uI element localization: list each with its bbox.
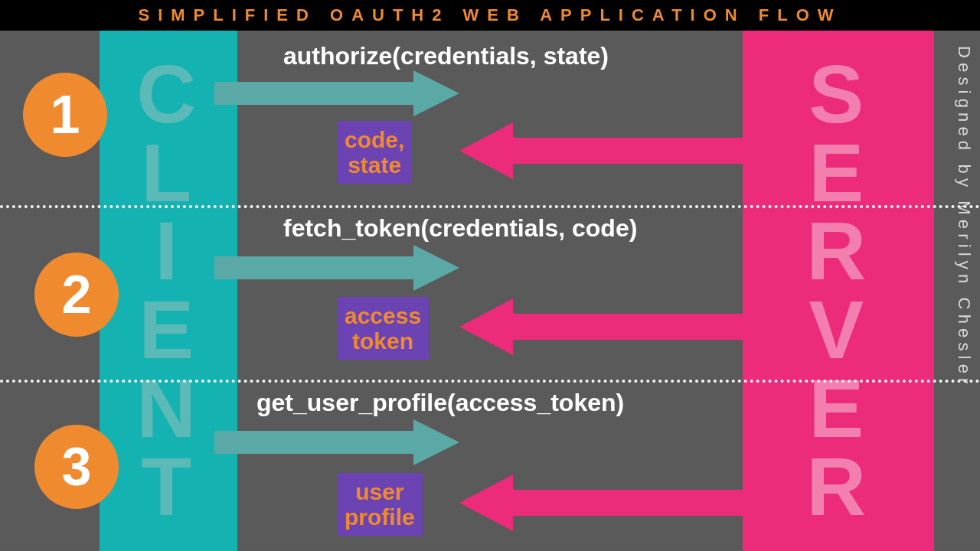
back-arrow-icon — [459, 474, 743, 531]
section-divider — [0, 205, 980, 208]
call-label-2: fetch_token(credentials, code) — [283, 214, 637, 243]
step-badge-2: 2 — [34, 253, 119, 337]
call-label-1: authorize(credentials, state) — [283, 42, 609, 70]
return-line: user — [345, 479, 415, 504]
return-line: token — [345, 328, 421, 354]
client-lane-label: CLIENT — [136, 55, 200, 527]
credit-text: Designed by Merilyn Chesler — [943, 46, 974, 536]
return-box-1: code, state — [337, 121, 412, 184]
svg-marker-4 — [214, 419, 459, 465]
forward-arrow-icon — [214, 419, 459, 465]
diagram-title: SIMPLIFIED OAUTH2 WEB APPLICATION FLOW — [0, 0, 980, 31]
step-badge-1: 1 — [23, 73, 107, 157]
back-arrow-icon — [459, 122, 743, 179]
back-arrow-icon — [459, 298, 743, 355]
call-label-3: get_user_profile(access_token) — [256, 389, 624, 417]
return-line: access — [345, 303, 421, 328]
svg-marker-5 — [459, 474, 743, 531]
svg-marker-2 — [214, 245, 459, 291]
server-lane-label: SERVER — [806, 55, 870, 527]
return-box-3: user profile — [337, 473, 423, 536]
return-line: code, — [345, 127, 404, 152]
forward-arrow-icon — [214, 70, 459, 116]
step-badge-3: 3 — [34, 425, 119, 509]
svg-marker-1 — [459, 122, 743, 179]
forward-arrow-icon — [214, 245, 459, 291]
return-line: state — [345, 152, 404, 178]
svg-marker-0 — [214, 70, 459, 116]
server-lane: SERVER — [743, 31, 934, 551]
return-line: profile — [345, 504, 415, 530]
svg-marker-3 — [459, 298, 743, 355]
section-divider — [0, 380, 980, 383]
return-box-2: access token — [337, 297, 429, 360]
